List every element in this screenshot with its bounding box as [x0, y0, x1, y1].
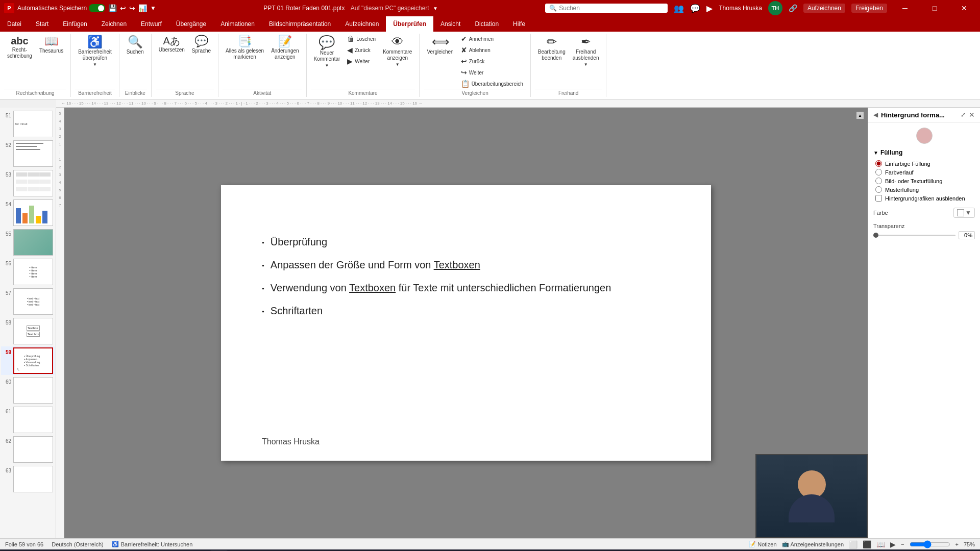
- language-indicator[interactable]: Deutsch (Österreich): [52, 541, 103, 547]
- comment-icon[interactable]: 💬: [690, 4, 700, 13]
- slide-thumb-58[interactable]: 58 Textbox Text box: [1, 317, 55, 345]
- ueberarbeitungsbereich-button[interactable]: 📋 Überarbeitungsbereich: [458, 79, 526, 89]
- share-icon[interactable]: 🔗: [789, 4, 797, 12]
- slide-thumb-63[interactable]: 63: [1, 465, 55, 493]
- transparenz-slider[interactable]: [873, 235, 955, 236]
- slide-thumb-52[interactable]: 52: [1, 139, 55, 168]
- slide-sorter-button[interactable]: ⬛: [863, 540, 871, 548]
- toolbar-more-icon[interactable]: ▼: [150, 5, 156, 12]
- minimize-button[interactable]: ─: [893, 0, 917, 16]
- slide-thumb-62[interactable]: 62: [1, 435, 55, 464]
- toolbar-redo-icon[interactable]: ↪: [129, 4, 135, 12]
- autosave-toggle[interactable]: Automatisches Speichern: [17, 4, 105, 12]
- tab-animationen[interactable]: Animationen: [213, 16, 262, 32]
- uebersetzen-button[interactable]: Aあ Übersetzen: [156, 34, 188, 55]
- tab-uebergaenge[interactable]: Übergänge: [169, 16, 213, 32]
- panel-expand-icon[interactable]: ⤢: [961, 111, 966, 118]
- color-preview-circle[interactable]: [916, 128, 933, 144]
- farbe-picker-icon[interactable]: ▼: [965, 209, 971, 216]
- toolbar-save-icon[interactable]: 💾: [108, 4, 117, 12]
- kommentare-anzeigen-button[interactable]: 👁 Kommentareanzeigen ▼: [380, 34, 415, 69]
- slide-thumb-60[interactable]: 60: [1, 376, 55, 405]
- titlebar-dropdown-icon[interactable]: ▼: [433, 6, 438, 11]
- slideshow-button[interactable]: ▶: [890, 540, 896, 548]
- slide-thumb-54[interactable]: 54: [1, 198, 55, 227]
- ablehnen-button[interactable]: ✘ Ablehnen: [458, 45, 526, 55]
- kommentar-dropdown[interactable]: ▼: [325, 63, 329, 68]
- bearbeitung-beenden-button[interactable]: ✏ Bearbeitungbeenden: [535, 34, 569, 63]
- search-box[interactable]: 🔍: [545, 4, 668, 13]
- tab-entwurf[interactable]: Entwurf: [134, 16, 169, 32]
- tab-datei[interactable]: Datei: [0, 16, 29, 32]
- slide-thumb-51[interactable]: 51 Ter Inhalt: [1, 110, 55, 138]
- autosave-pill[interactable]: [89, 4, 105, 12]
- tab-ansicht[interactable]: Ansicht: [433, 16, 468, 32]
- weiter2-button[interactable]: ↪ Weiter: [458, 67, 526, 78]
- radio-bild-textur[interactable]: Bild- oder Texturfüllung: [875, 178, 975, 184]
- aufzeichnen-btn[interactable]: Aufzeichnen: [803, 4, 845, 13]
- reading-view-button[interactable]: 📖: [876, 540, 885, 548]
- tab-start[interactable]: Start: [29, 16, 56, 32]
- slide-thumb-57[interactable]: 57 • text• text• text • text• text• text: [1, 287, 55, 316]
- panel-close-icon[interactable]: ✕: [969, 111, 975, 119]
- toolbar-undo-icon[interactable]: ↩: [120, 4, 126, 12]
- freihand-ausblenden-button[interactable]: ✒ Freihandausblenden ▼: [570, 34, 602, 69]
- radio-muster-label: Musterfüllung: [885, 187, 919, 193]
- tab-zeichnen[interactable]: Zeichnen: [94, 16, 134, 32]
- zurueck2-label: Zurück: [469, 59, 485, 64]
- canvas-area[interactable]: ● Überprüfung ● Anpassen der Größe und F…: [64, 108, 868, 538]
- present-icon[interactable]: ▶: [706, 4, 713, 13]
- radio-einfarbig[interactable]: Einfarbige Füllung: [875, 160, 975, 167]
- search-input[interactable]: [559, 5, 630, 12]
- barrierefreiheit-dropdown[interactable]: ▼: [93, 62, 97, 67]
- checkbox-hintergrundgrafiken[interactable]: Hintergrundgrafiken ausblenden: [875, 195, 975, 202]
- annehmen-button[interactable]: ✔ Annehmen: [458, 34, 526, 44]
- aenderungen-button[interactable]: 📝 Änderungenanzeigen: [268, 34, 302, 62]
- panel-back-icon[interactable]: ◀: [873, 111, 878, 118]
- loeschen-button[interactable]: 🗑 Löschen: [344, 34, 379, 44]
- close-button[interactable]: ✕: [952, 0, 976, 16]
- radio-farbverlauf[interactable]: Farbverlauf: [875, 169, 975, 176]
- weiter-button[interactable]: ▶ Weiter: [344, 56, 379, 66]
- tab-bildschirm[interactable]: Bildschirmpräsentation: [262, 16, 338, 32]
- textboxen-2: Textboxen: [349, 282, 396, 293]
- freigeben-btn[interactable]: Freigeben: [851, 4, 887, 13]
- scroll-up-button[interactable]: ▲: [856, 112, 864, 119]
- sprache-button[interactable]: 💬 Sprache: [189, 34, 214, 56]
- rechtschreibung-button[interactable]: abc Recht-schreibung: [4, 34, 35, 61]
- tab-hilfe[interactable]: Hilfe: [506, 16, 532, 32]
- neuer-kommentar-button[interactable]: 💬 NeuerKommentar ▼: [311, 34, 344, 70]
- zoom-out-button[interactable]: −: [901, 541, 904, 547]
- zoom-in-button[interactable]: +: [955, 541, 959, 547]
- zoom-slider[interactable]: [910, 540, 950, 548]
- accessibility-status[interactable]: ♿ Barrierefreiheit: Untersuchen: [112, 541, 193, 547]
- tab-einfuegen[interactable]: Einfügen: [56, 16, 94, 32]
- slide-thumb-55[interactable]: 55: [1, 228, 55, 257]
- suchen-button[interactable]: 🔍 Suchen: [124, 34, 147, 57]
- maximize-button[interactable]: □: [923, 0, 946, 16]
- user-avatar[interactable]: TH: [768, 1, 782, 15]
- radio-muster[interactable]: Musterfüllung: [875, 186, 975, 193]
- tab-dictation[interactable]: Dictation: [468, 16, 506, 32]
- vergleichen-button[interactable]: ⟺ Vergleichen: [424, 34, 456, 57]
- farbe-color-btn[interactable]: ▼: [953, 208, 975, 218]
- thesaurus-button[interactable]: 📖 Thesaurus: [36, 34, 66, 56]
- zurueck2-button[interactable]: ↩ Zurück: [458, 56, 526, 66]
- kommentare-dropdown[interactable]: ▼: [396, 62, 400, 67]
- slide-thumb-56[interactable]: 56 • item• item• item• item: [1, 258, 55, 286]
- zurueck-button[interactable]: ◀ Zurück: [344, 45, 379, 55]
- alles-gelesen-button[interactable]: 📑 Alles als gelesenmarkieren: [223, 34, 267, 62]
- freihand-dropdown[interactable]: ▼: [584, 62, 588, 67]
- collab-icon[interactable]: 👥: [674, 4, 684, 13]
- slide-thumb-61[interactable]: 61: [1, 406, 55, 434]
- normal-view-button[interactable]: ⬜: [849, 540, 857, 548]
- barrierefreiheit-button[interactable]: ♿ Barrierefreiheitüberprüfen ▼: [75, 34, 115, 69]
- anzeigeeinstellungen-button[interactable]: 📺 Anzeigeeinstellungen: [782, 541, 844, 547]
- fuellung-header[interactable]: ▼ Füllung: [873, 149, 975, 156]
- tab-ueberpruefen[interactable]: Überprüfen: [386, 16, 433, 32]
- app-icon: P: [4, 3, 14, 13]
- tab-aufzeichnen[interactable]: Aufzeichnen: [338, 16, 386, 32]
- slide-thumb-59[interactable]: 59 • Überprüfung • Anpassen... • Verwend…: [1, 346, 55, 375]
- slide-thumb-53[interactable]: 53: [1, 169, 55, 197]
- notizen-button[interactable]: 📝 Notizen: [749, 541, 776, 547]
